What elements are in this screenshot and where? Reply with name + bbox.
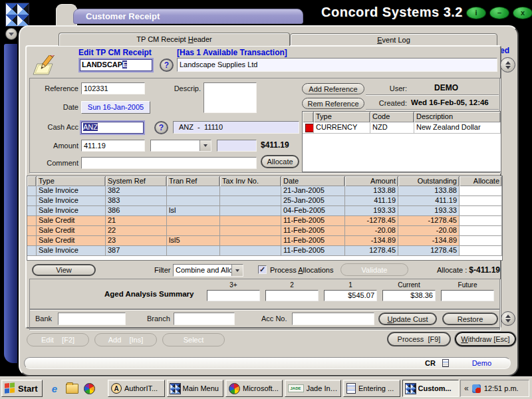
aged-value-field[interactable] <box>207 290 260 301</box>
cash-acc-input[interactable]: ANZ <box>80 120 145 135</box>
filter-dropdown[interactable]: Combine and Allo <box>173 264 243 277</box>
taskbar: Start AuthorIT...Main MenuMicrosoft...Ja… <box>0 376 532 399</box>
table-cell <box>220 246 281 256</box>
taskbar-task-jadeint[interactable]: Jade Int... <box>285 380 342 397</box>
txn-column-header[interactable]: Type <box>37 176 106 186</box>
aged-value-field[interactable]: $38.36 <box>382 290 436 301</box>
amount-input[interactable]: 411.19 <box>81 140 145 152</box>
customer-name-field[interactable]: Landscape Supplies Ltd <box>177 58 497 72</box>
collapse-button[interactable] <box>5 28 17 40</box>
start-button[interactable]: Start <box>1 380 43 397</box>
ref-column-header[interactable]: Type <box>314 112 370 122</box>
date-label: Date <box>31 103 78 111</box>
branch-input[interactable] <box>174 313 235 325</box>
table-row[interactable]: Sale Invoice38221-Jan-2005133.88133.88 <box>27 186 502 196</box>
table-cell <box>460 246 502 256</box>
table-cell: 387 <box>106 246 167 256</box>
table-row[interactable]: Sale Invoice386lsl04-Feb-2005193.33193.3… <box>27 206 502 216</box>
dropdown-arrow-icon[interactable] <box>200 140 211 151</box>
view-button[interactable]: View <box>32 264 96 276</box>
bank-input[interactable] <box>58 313 126 325</box>
taskbar-task-microsoft[interactable]: Microsoft... <box>225 380 283 397</box>
aged-column: Current$38.36 <box>382 281 436 301</box>
jade-icon <box>288 384 304 392</box>
txn-column-header[interactable]: System Ref <box>106 176 167 186</box>
txn-column-header[interactable]: Allocate <box>460 176 502 186</box>
document-icon <box>442 359 449 367</box>
ref-column-header[interactable]: Description <box>414 112 501 122</box>
aged-value-field[interactable] <box>441 290 494 301</box>
tab-receipt-header[interactable]: TP CM Receipt Header <box>59 33 290 46</box>
validate-button[interactable]: Validate <box>340 263 408 276</box>
add-button[interactable]: Add [Ins] <box>94 333 157 346</box>
reference-row[interactable]: CURRENCYNZDNew Zealand Dollar <box>303 122 501 134</box>
folder-icon[interactable] <box>65 382 78 395</box>
messenger-offline-icon[interactable] <box>472 384 481 393</box>
aged-column-header: 3+ <box>207 281 260 290</box>
restore-button[interactable]: Restore <box>442 313 498 325</box>
txn-column-header[interactable]: Tax Inv No. <box>220 176 281 186</box>
table-cell: 133.88 <box>398 186 460 196</box>
app-logo-icon <box>6 3 29 26</box>
cash-acc-help-button[interactable]: ? <box>154 121 168 134</box>
table-cell: 11-Feb-2005 <box>281 246 345 256</box>
taskbar-task-custom[interactable]: Custom... <box>402 380 460 397</box>
tray-chevron[interactable]: « <box>464 384 469 393</box>
ref-column-header[interactable] <box>303 112 314 122</box>
table-cell: 25-Jan-2005 <box>281 196 345 206</box>
table-row[interactable]: Sale Credit2211-Feb-2005-20.08-20.08 <box>27 226 502 236</box>
ref-column-header[interactable]: Code <box>370 112 414 122</box>
reference-input[interactable]: 102331 <box>81 82 145 94</box>
table-row[interactable]: Sale Credit2111-Feb-2005-1278.45-1278.45 <box>27 216 502 226</box>
acc-no-input[interactable] <box>292 313 374 325</box>
reference-table-body: CURRENCYNZDNew Zealand Dollar <box>303 122 501 134</box>
date-field[interactable]: Sun 16-Jan-2005 <box>81 101 150 114</box>
amount-type-dropdown[interactable] <box>150 140 211 152</box>
txn-column-header[interactable]: Outstanding <box>398 176 460 186</box>
table-row[interactable]: Sale Invoice38325-Jan-2005411.19411.19 <box>27 196 502 206</box>
add-reference-button[interactable]: Add Reference <box>302 83 364 94</box>
tab-event-log[interactable]: Event Log <box>290 33 497 46</box>
ie-icon[interactable] <box>48 382 61 395</box>
txn-column-header[interactable]: Date <box>281 176 345 186</box>
comment-input[interactable] <box>81 157 257 169</box>
aged-columns: 3+21$545.07Current$38.36Future <box>207 281 494 301</box>
pinwheel-icon <box>170 384 180 394</box>
table-cell: Sale Invoice <box>37 206 106 216</box>
bank-spinner[interactable] <box>501 311 515 326</box>
task-label: Main Menu <box>183 384 219 392</box>
txn-column-header[interactable]: Tran Ref <box>167 176 220 186</box>
txn-column-header[interactable] <box>27 176 37 186</box>
media-app-icon[interactable] <box>82 382 96 395</box>
dropdown-arrow-icon[interactable] <box>231 265 243 276</box>
aged-value-field[interactable] <box>265 290 319 301</box>
close-button[interactable]: x <box>513 7 532 19</box>
table-cell <box>27 196 37 206</box>
info-button[interactable]: i <box>466 7 486 19</box>
aged-column-header: Current <box>382 281 436 290</box>
taskbar-task-entering[interactable]: Entering ... <box>343 380 400 397</box>
descrip-textarea[interactable] <box>203 82 257 113</box>
select-button[interactable]: Select <box>162 333 225 346</box>
process-allocations-checkbox[interactable]: ✓ <box>258 265 267 274</box>
aged-value-field[interactable]: $545.07 <box>324 290 377 301</box>
allocate-button[interactable]: Allocate <box>261 155 299 168</box>
taskbar-task-authorit[interactable]: AuthorIT... <box>108 380 165 397</box>
table-row[interactable]: Sale Invoice38711-Feb-20051278.451278.45 <box>27 246 502 256</box>
txn-header-row: TypeSystem RefTran RefTax Inv No.DateAmo… <box>27 176 502 186</box>
withdraw-button[interactable]: Withdraw [Esc] <box>455 332 516 346</box>
table-row[interactable]: Sale Credit23lsl511-Feb-2005-134.89-134.… <box>27 236 502 246</box>
aged-analysis-title: Aged Analysis Summary <box>104 290 194 298</box>
customer-spinner[interactable] <box>500 57 515 72</box>
taskbar-task-mainmenu[interactable]: Main Menu <box>167 380 224 397</box>
window-titlebar[interactable]: Customer Receipt <box>73 9 303 24</box>
txn-column-header[interactable]: Amount <box>345 176 398 186</box>
rem-reference-button[interactable]: Rem Reference <box>302 98 364 109</box>
customer-code-input[interactable]: LANDSCAPE <box>78 58 154 72</box>
customer-help-button[interactable]: ? <box>160 59 174 72</box>
minimize-button[interactable]: – <box>489 7 509 19</box>
acc-no-label: Acc No. <box>261 315 291 323</box>
process-button[interactable]: Process [F9] <box>387 332 451 346</box>
edit-button[interactable]: Edit [F2] <box>27 333 89 346</box>
update-cust-button[interactable]: Update Cust <box>378 313 437 325</box>
